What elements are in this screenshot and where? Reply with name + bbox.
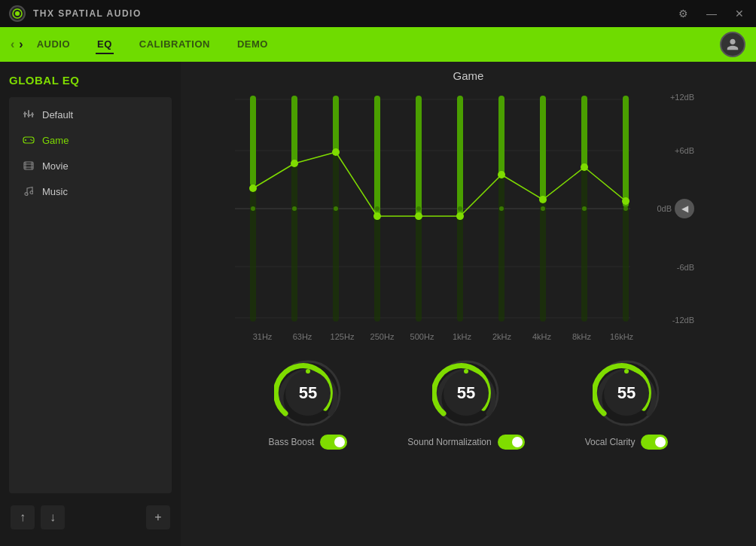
vocal-clarity-label: Vocal Clarity	[585, 437, 636, 447]
tab-demo[interactable]: DEMO	[236, 35, 270, 54]
svg-rect-5	[23, 113, 27, 114]
bass-boost-label: Bass Boost	[269, 437, 315, 447]
sliders-icon	[23, 108, 35, 120]
svg-point-48	[458, 206, 462, 211]
svg-point-11	[30, 139, 32, 141]
eq-chart-area: +12dB +6dB 0dB ◀ -6dB -12dB	[235, 88, 702, 341]
svg-rect-6	[27, 114, 31, 116]
freq-label-63hz: 63Hz	[282, 332, 322, 341]
db-label-12: +12dB	[657, 93, 694, 102]
svg-rect-26	[250, 96, 256, 186]
eq-preset-title: Game	[453, 69, 484, 82]
sidebar-label-music: Music	[42, 186, 68, 197]
app-title: THX SPATIAL AUDIO	[33, 8, 142, 19]
db-label-6: +6dB	[657, 146, 694, 155]
title-bar-left: THX SPATIAL AUDIO	[9, 5, 142, 22]
sound-normalization-group: 55 Sound Normalization	[407, 359, 524, 450]
svg-rect-3	[28, 110, 29, 117]
eq-panel: Game +12dB +6dB 0dB ◀ -6dB -12dB	[181, 62, 756, 546]
settings-button[interactable]: ⚙	[675, 7, 691, 20]
nav-bar: ‹ › AUDIO EQ CALIBRATION DEMO	[0, 27, 756, 62]
tab-calibration[interactable]: CALIBRATION	[138, 35, 212, 54]
svg-point-1	[15, 11, 20, 16]
title-bar-controls: ⚙ — ✕	[675, 7, 747, 20]
eq-chart-svg	[235, 88, 657, 329]
minimize-button[interactable]: —	[703, 7, 720, 20]
svg-point-67	[306, 369, 310, 374]
freq-label-250hz: 250Hz	[362, 332, 402, 341]
tab-audio[interactable]: AUDIO	[35, 35, 72, 54]
db-labels: +12dB +6dB 0dB ◀ -6dB -12dB	[657, 88, 694, 329]
freq-label-1khz: 1kHz	[442, 332, 482, 341]
sidebar-title: GLOBAL EQ	[9, 74, 172, 87]
sidebar-item-movie[interactable]: Movie	[12, 153, 169, 178]
back-button[interactable]: ‹	[11, 38, 14, 51]
move-up-button[interactable]: ↑	[11, 505, 35, 529]
bass-boost-group: 55 Bass Boost	[269, 359, 348, 450]
bass-boost-value: 55	[299, 383, 317, 403]
vocal-clarity-value: 55	[617, 383, 636, 403]
vocal-clarity-label-row: Vocal Clarity	[585, 435, 669, 450]
svg-point-56	[541, 206, 545, 211]
svg-point-44	[416, 206, 421, 211]
movie-icon	[23, 160, 35, 172]
nav-arrows: ‹ ›	[11, 38, 23, 51]
bass-boost-toggle[interactable]	[320, 435, 347, 450]
svg-rect-38	[374, 96, 380, 220]
freq-label-31hz: 31Hz	[242, 332, 282, 341]
svg-rect-46	[457, 96, 463, 220]
sound-normalization-toggle[interactable]	[498, 435, 525, 450]
freq-label-16khz: 16kHz	[602, 332, 642, 341]
close-button[interactable]: ✕	[732, 7, 747, 20]
main-content: GLOBAL EQ Default	[0, 62, 756, 546]
sidebar-item-music[interactable]: Music	[12, 178, 169, 204]
svg-point-70	[464, 369, 468, 374]
sidebar-item-game[interactable]: Game	[12, 127, 169, 153]
freq-label-125hz: 125Hz	[322, 332, 362, 341]
sidebar: GLOBAL EQ Default	[0, 62, 181, 546]
db-label-neg12: -12dB	[657, 316, 694, 325]
avatar[interactable]	[720, 32, 745, 57]
freq-label-8khz: 8kHz	[562, 332, 602, 341]
svg-point-18	[25, 193, 28, 196]
sound-normalization-value: 55	[457, 383, 475, 403]
svg-rect-50	[498, 96, 505, 177]
svg-rect-30	[291, 96, 297, 163]
app-icon	[9, 5, 26, 22]
sidebar-label-game: Game	[42, 135, 69, 146]
svg-rect-54	[540, 96, 546, 203]
sidebar-label-default: Default	[42, 109, 73, 120]
svg-rect-62	[623, 96, 629, 207]
sidebar-footer: ↑ ↓ +	[9, 501, 172, 534]
tab-eq[interactable]: EQ	[96, 35, 114, 54]
vocal-clarity-toggle[interactable]	[641, 435, 668, 450]
svg-rect-34	[333, 96, 339, 152]
sidebar-list: Default Game	[9, 97, 172, 493]
knobs-section: 55 Bass Boost 55	[269, 359, 669, 450]
freq-label-4khz: 4kHz	[522, 332, 562, 341]
nav-tabs: AUDIO EQ CALIBRATION DEMO	[35, 35, 720, 54]
bass-boost-knob[interactable]: 55	[274, 359, 342, 427]
db-label-neg6: -6dB	[657, 263, 694, 272]
freq-label-2khz: 2kHz	[482, 332, 522, 341]
sidebar-item-default[interactable]: Default	[12, 102, 169, 127]
svg-point-36	[334, 206, 338, 211]
svg-point-60	[582, 206, 587, 211]
vocal-clarity-knob[interactable]: 55	[593, 359, 660, 427]
sound-normalization-label-row: Sound Normalization	[407, 435, 524, 450]
svg-point-73	[624, 369, 629, 374]
svg-point-64	[623, 206, 628, 211]
svg-rect-42	[416, 96, 422, 220]
svg-rect-58	[581, 96, 587, 169]
bass-boost-label-row: Bass Boost	[269, 435, 348, 450]
forward-button[interactable]: ›	[19, 38, 23, 51]
sound-normalization-knob[interactable]: 55	[432, 359, 500, 427]
svg-point-19	[30, 191, 33, 194]
svg-point-28	[251, 206, 255, 211]
add-preset-button[interactable]: +	[146, 505, 170, 529]
gamepad-icon	[23, 134, 35, 146]
svg-point-32	[292, 206, 297, 211]
move-down-button[interactable]: ↓	[41, 505, 65, 529]
zero-db-button[interactable]: ◀	[675, 199, 694, 218]
svg-point-52	[499, 206, 504, 211]
